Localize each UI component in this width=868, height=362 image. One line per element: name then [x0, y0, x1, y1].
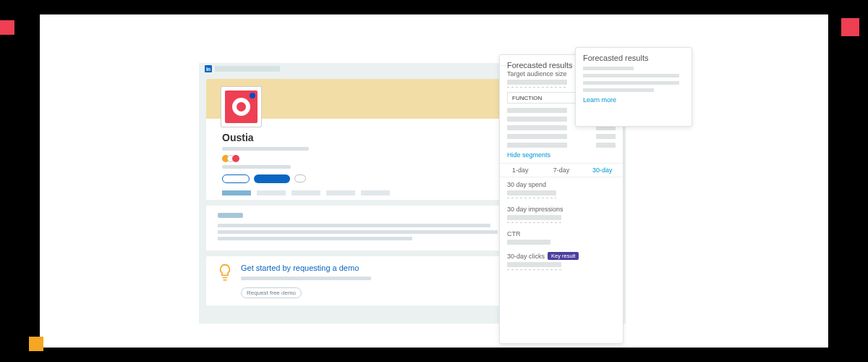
cta-title: Get started by requesting a demo: [241, 264, 371, 272]
tab-jobs[interactable]: [326, 190, 355, 195]
top-right-red-square: [841, 18, 859, 36]
follow-button[interactable]: [222, 174, 250, 183]
followers-text-placeholder: [222, 165, 291, 169]
tab-people[interactable]: [361, 190, 390, 195]
primary-button[interactable]: [254, 174, 290, 183]
metric-ctr: CTR: [500, 227, 623, 248]
text-line: [583, 88, 654, 92]
company-avatar[interactable]: [221, 86, 262, 127]
text-line: [583, 67, 634, 70]
range-tabs: 1-day 7-day 30-day: [500, 163, 623, 177]
segment-row: [507, 134, 616, 139]
range-1day[interactable]: 1-day: [500, 164, 541, 177]
audience-value-placeholder: [507, 80, 567, 85]
hide-segments-link[interactable]: Hide segments: [507, 151, 616, 159]
about-heading-placeholder: [218, 213, 243, 218]
linkedin-logo[interactable]: in: [205, 65, 212, 72]
learn-more-link[interactable]: Learn more: [583, 96, 684, 104]
tab-posts[interactable]: [292, 190, 320, 195]
left-red-tab: [0, 20, 14, 35]
bottom-left-yellow-square: [29, 337, 43, 351]
segment-row: [507, 143, 616, 148]
metric-clicks: 30-day clicks Key result: [500, 248, 623, 274]
range-7day[interactable]: 7-day: [541, 164, 582, 177]
dropdown-label: FUNCTION: [512, 95, 542, 101]
cta-subtext: [241, 277, 371, 280]
key-result-badge: Key result: [548, 252, 579, 260]
text-line: [218, 224, 490, 227]
range-30day[interactable]: 30-day: [582, 164, 623, 177]
tagline-placeholder: [222, 147, 309, 151]
request-demo-button[interactable]: Request free demo: [241, 287, 302, 298]
text-line: [583, 81, 679, 85]
text-line: [218, 237, 412, 240]
lightbulb-icon: [218, 264, 232, 282]
forecasted-results-popup: Forecasted results Learn more: [575, 47, 692, 127]
popup-header: Forecasted results: [583, 54, 684, 62]
text-line: [218, 230, 498, 234]
metric-spend: 30 day spend: [500, 177, 623, 202]
text-line: [583, 74, 679, 77]
metric-impressions: 30 day impressions: [500, 202, 623, 227]
divider: [507, 87, 567, 88]
tab-home[interactable]: [222, 190, 251, 195]
clicks-label: 30-day clicks: [507, 253, 545, 260]
search-input[interactable]: [215, 66, 280, 72]
tab-about[interactable]: [257, 190, 286, 195]
more-button[interactable]: [294, 174, 306, 182]
